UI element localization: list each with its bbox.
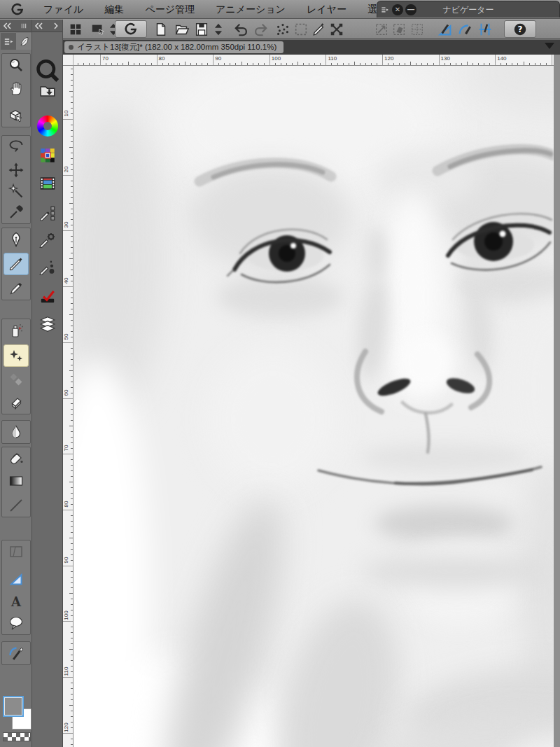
open-file-icon[interactable]: [173, 20, 191, 38]
menu-item-2[interactable]: ページ管理: [145, 4, 195, 16]
brush-tool[interactable]: [4, 253, 29, 275]
ruler-tick: [63, 119, 74, 120]
blend-tool[interactable]: [4, 421, 29, 443]
clear-selection-icon[interactable]: [310, 20, 328, 38]
ruler-tick: [157, 55, 158, 66]
canvas-edge: [554, 55, 560, 747]
menu-item-1[interactable]: 編集: [104, 4, 124, 16]
collapse-left-icon[interactable]: [33, 22, 46, 30]
timeline-panel[interactable]: [35, 172, 60, 195]
menu-item-3[interactable]: アニメーション: [216, 4, 286, 16]
brush-size-panel[interactable]: [35, 256, 60, 279]
four-squares-icon[interactable]: [66, 20, 85, 38]
ruler-label: 80: [63, 498, 71, 510]
horizontal-ruler: 708090100110120130140150: [63, 55, 560, 66]
stepper-arrows-icon[interactable]: [209, 20, 227, 38]
auto-select-tool[interactable]: [4, 180, 29, 202]
portrait-features: [74, 66, 554, 747]
save-icon[interactable]: [192, 20, 211, 38]
redo-icon: [251, 20, 270, 38]
balloon-tool[interactable]: [4, 612, 29, 634]
marker-tool[interactable]: [4, 277, 29, 300]
ruler-tick: [439, 55, 440, 66]
figure-tool[interactable]: [4, 494, 29, 517]
navigator-panel-header[interactable]: ✕ — ナビゲーター: [377, 1, 560, 18]
drag-grip-icon[interactable]: [18, 22, 30, 30]
decoration-tool[interactable]: [4, 344, 29, 367]
quick-access-panel[interactable]: [35, 58, 60, 82]
scatter-dots-icon[interactable]: [274, 20, 292, 38]
ruler-corner: [63, 55, 74, 66]
snap-ruler-icon[interactable]: [436, 20, 454, 38]
zoom-tool[interactable]: [4, 54, 29, 76]
ruler-label: 10: [63, 108, 71, 119]
snap-special-ruler-icon[interactable]: [456, 20, 475, 38]
ruler-label: 120: [384, 55, 393, 62]
ruler-label: 30: [63, 219, 71, 230]
text-tool[interactable]: [4, 591, 29, 613]
tool-tab-menu[interactable]: [1, 33, 16, 50]
ruler-tool[interactable]: [4, 568, 29, 590]
document-tab[interactable]: イラスト13[復元]* (182.00 x 182.00mm 350dpi 11…: [64, 41, 284, 53]
hand-tool[interactable]: [4, 77, 29, 99]
ruler-label: 130: [441, 55, 450, 62]
import-panel[interactable]: [35, 79, 60, 103]
ruler-tick: [63, 286, 74, 287]
crop-marks-icon[interactable]: [328, 20, 346, 38]
collapse-left-icon[interactable]: [1, 22, 14, 30]
airbrush-tool[interactable]: [4, 319, 29, 342]
fill-tool[interactable]: [4, 447, 29, 470]
tool-palette-header[interactable]: [0, 20, 31, 32]
undo-icon[interactable]: [232, 20, 251, 38]
color-wheel-panel[interactable]: [35, 114, 60, 138]
palette-dock-header[interactable]: [32, 20, 62, 32]
ruler-label: 20: [63, 164, 71, 175]
eraser-tool[interactable]: [4, 391, 29, 414]
color-set-panel[interactable]: [35, 144, 60, 167]
canvas-viewport[interactable]: [74, 66, 554, 747]
pen-tool[interactable]: [4, 228, 29, 251]
ruler-label: 100: [272, 55, 281, 62]
frame-tool[interactable]: [4, 540, 29, 563]
gradient-tool[interactable]: [4, 470, 29, 492]
line-correction-tool[interactable]: [4, 642, 29, 664]
ruler-label: 90: [215, 55, 221, 62]
move-tool[interactable]: [4, 159, 29, 181]
ruler-label: 40: [63, 275, 71, 286]
new-document-icon[interactable]: [152, 20, 170, 38]
menu-item-0[interactable]: ファイル: [43, 4, 83, 16]
vertical-ruler: 102030405060708090100110120: [63, 66, 74, 747]
menu-item-4[interactable]: レイヤー: [307, 4, 346, 16]
clip-studio-swirl-icon[interactable]: [122, 20, 140, 38]
foreground-color-swatch[interactable]: [3, 696, 24, 717]
document-tab-title: イラスト13[復元]* (182.00 x 182.00mm 350dpi 11…: [77, 42, 276, 53]
ruler-label: 70: [102, 55, 108, 62]
transparent-color-swatch[interactable]: [3, 732, 31, 741]
ruler-tick: [270, 55, 270, 66]
menu-bar: ファイル編集ページ管理アニメーションレイヤー選択範囲表示 ✕ — ナビゲーター: [0, 0, 560, 19]
clip-studio-logo-icon: [10, 2, 25, 18]
tab-list-dropdown-icon[interactable]: [545, 43, 554, 54]
help-icon[interactable]: [511, 20, 529, 38]
command-bar: [0, 19, 560, 39]
expand-right-icon[interactable]: [50, 22, 62, 30]
auto-action-panel[interactable]: [35, 284, 60, 308]
tool-tab-quill[interactable]: [16, 33, 31, 50]
snap-grid-icon[interactable]: [476, 20, 494, 38]
ruler-tick: [63, 677, 74, 678]
navigator-title: ナビゲーター: [377, 4, 559, 16]
palette-dock: [32, 20, 63, 747]
pattern-tool[interactable]: [4, 368, 29, 391]
ruler-tick: [63, 230, 74, 231]
operation-tool[interactable]: [4, 104, 29, 127]
layer-panel[interactable]: [35, 312, 60, 336]
selection-tool[interactable]: [4, 136, 29, 158]
ruler-label: 70: [63, 442, 71, 454]
eyedropper-tool[interactable]: [4, 201, 29, 223]
ruler-tick: [63, 621, 74, 622]
clip-studio-paint-window: ファイル編集ページ管理アニメーションレイヤー選択範囲表示 ✕ — ナビゲーター …: [0, 0, 560, 747]
ruler-label: 90: [63, 554, 71, 566]
ruler-tick: [213, 55, 214, 66]
sub-tool-panel[interactable]: [35, 202, 60, 225]
tool-property-panel[interactable]: [35, 228, 60, 252]
